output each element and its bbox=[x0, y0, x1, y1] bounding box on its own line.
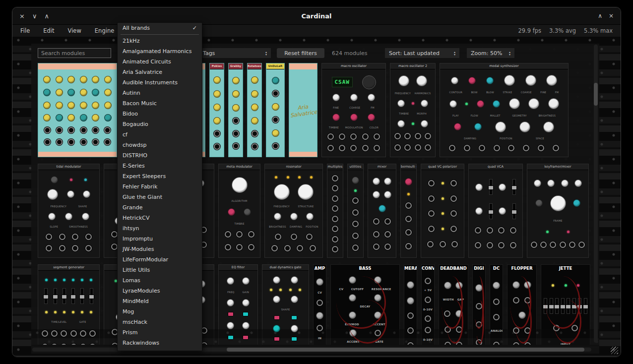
knob-icon bbox=[251, 117, 258, 124]
brand-menu-item[interactable]: Audible Instruments bbox=[118, 77, 202, 88]
module-title: macro oscillator 2 bbox=[390, 63, 435, 69]
close-box-icon[interactable]: × bbox=[609, 12, 614, 19]
jack-icon bbox=[332, 185, 338, 191]
knob-icon bbox=[83, 190, 90, 198]
module-card-rotatoes[interactable]: Rotatoes bbox=[247, 63, 262, 157]
module-card-dc[interactable]: DCANALOG bbox=[490, 264, 503, 345]
brand-menu-item[interactable]: JW-Modules bbox=[118, 244, 202, 254]
knob-icon bbox=[474, 123, 482, 130]
brand-menu-item[interactable]: MindMeld bbox=[118, 296, 202, 306]
jack-icon bbox=[450, 226, 457, 232]
brand-menu-item[interactable]: chowdsp bbox=[118, 140, 202, 150]
brand-menu-item[interactable]: Bacon Music bbox=[118, 98, 202, 109]
tags-filter-select[interactable]: Tags ▴▾ bbox=[199, 48, 271, 58]
brand-menu-item[interactable]: 21kHz bbox=[118, 36, 202, 46]
module-card-bass[interactable]: BASSCVCUTOFFRESONANCEDECAYENVMODACCENTAC… bbox=[330, 264, 400, 345]
brand-menu-item[interactable]: mscHack bbox=[118, 317, 202, 327]
brand-menu-item[interactable]: Prism bbox=[118, 327, 202, 338]
jack-icon bbox=[332, 216, 338, 222]
brand-menu-item[interactable]: Autinn bbox=[118, 88, 202, 98]
maximize-icon[interactable]: ∧ bbox=[44, 12, 49, 20]
module-card-quad-vca[interactable]: quad VCA bbox=[468, 164, 523, 258]
module-card-deadband[interactable]: DEADBANDWIDTHGAP bbox=[439, 264, 468, 345]
module-card[interactable]: Aria Salvatrice bbox=[289, 63, 317, 157]
module-card-segment-generator[interactable]: segment generatorTIME/LEVELGATE bbox=[38, 264, 100, 345]
module-card-meta-modulator[interactable]: meta modulatorALGORITHMTIMBRE bbox=[218, 164, 260, 258]
module-card-undular[interactable]: UnDuLaR bbox=[266, 63, 285, 157]
led-icon bbox=[90, 279, 92, 281]
knob-icon bbox=[374, 311, 381, 319]
zoom-select[interactable]: Zoom: 50% ▴▾ bbox=[467, 48, 514, 58]
jack-icon bbox=[374, 133, 380, 140]
brand-menu-item[interactable]: Rackwindows bbox=[118, 338, 202, 348]
module-card-macro-oscillator[interactable]: macro oscillatorCSAWFINECOARSEFMTIMBREMO… bbox=[321, 63, 386, 157]
menu-file[interactable]: File bbox=[20, 27, 30, 34]
module-card-dual-dynamics-gate[interactable]: dual dynamics gateSHAPE bbox=[262, 264, 309, 345]
module-card-mera[interactable]: MERA bbox=[404, 264, 417, 345]
menu-edit[interactable]: Edit bbox=[43, 27, 54, 34]
module-card-digi[interactable]: DIGI bbox=[472, 264, 486, 345]
brand-menu-item[interactable]: Expert Sleepers bbox=[118, 171, 202, 182]
led-icon bbox=[63, 311, 65, 313]
module-card-quad-vc-polarizer[interactable]: quad VC-polarizer bbox=[421, 164, 464, 258]
brand-menu-item[interactable]: Animated Circuits bbox=[118, 57, 202, 67]
knob-icon bbox=[449, 100, 457, 108]
module-card-eq-filter[interactable]: EQ filterFREQGAIN bbox=[218, 264, 258, 345]
vertical-scrollbar[interactable] bbox=[594, 45, 598, 343]
menu-engine[interactable]: Engine bbox=[95, 27, 114, 34]
module-title: UnDuLaR bbox=[266, 63, 284, 69]
vertical-scrollbar-thumb[interactable] bbox=[594, 83, 598, 106]
module-panel bbox=[507, 272, 536, 345]
brand-menu-item[interactable]: Fehler Fabrik bbox=[118, 182, 202, 192]
brand-menu-item-all[interactable]: All brands ✓ bbox=[118, 23, 202, 33]
module-card-resonator[interactable]: resonatorFREQUENCYSTRUCTUREBRIGHTNESSDAM… bbox=[264, 164, 323, 258]
brand-menu-item[interactable]: E-Series bbox=[118, 161, 202, 171]
module-card-macro-oscillator-2[interactable]: macro oscillator 2FREQUENCYHARMONICSTIMB… bbox=[390, 63, 436, 157]
module-card-modal-synthesizer[interactable]: modal synthesizerCONTOURBOWBLOWSTRIKECOA… bbox=[440, 63, 569, 157]
collapse-icon[interactable]: ∧ bbox=[598, 12, 602, 19]
module-card-amp[interactable]: AMPCVIN bbox=[313, 264, 326, 345]
brand-menu-item[interactable]: ihtsyn bbox=[118, 223, 202, 234]
module-card-jette[interactable]: JETTEINPUT bbox=[541, 264, 590, 345]
horizontal-scrollbar-thumb[interactable] bbox=[227, 348, 584, 352]
brand-menu-item[interactable]: Impromptu bbox=[118, 234, 202, 244]
brand-menu-item[interactable]: DISTRHO bbox=[118, 150, 202, 161]
module-card-grabby[interactable]: Grabby bbox=[228, 63, 243, 157]
brand-menu-item[interactable]: Aria Salvatrice bbox=[118, 67, 202, 77]
close-icon[interactable]: × bbox=[19, 12, 25, 20]
module-labels: 0-10V bbox=[422, 308, 434, 311]
brand-menu-item[interactable]: HetrickCV bbox=[118, 213, 202, 223]
brand-menu-item[interactable]: Grande bbox=[118, 202, 202, 213]
module-card-mixer[interactable]: mixer bbox=[368, 164, 396, 258]
brand-menu-item[interactable]: LyraeModules bbox=[118, 286, 202, 296]
resize-handle[interactable] bbox=[611, 347, 618, 354]
module-card[interactable] bbox=[38, 63, 117, 157]
knob-icon bbox=[67, 102, 75, 109]
brand-menu-item[interactable]: Bidoo bbox=[118, 109, 202, 119]
brand-menu-item[interactable]: Amalgamated Harmonics bbox=[118, 46, 202, 57]
module-card-tidal-modulator[interactable]: tidal modulatorFREQUENCYSHAPESLOPESMOOTH… bbox=[38, 164, 100, 258]
brand-menu-item[interactable]: Lomas bbox=[118, 275, 202, 286]
module-card-flopper[interactable]: FLOPPER bbox=[507, 264, 537, 345]
module-card-utilities[interactable]: utilities bbox=[347, 164, 364, 258]
search-input[interactable] bbox=[38, 48, 111, 58]
horizontal-scrollbar[interactable] bbox=[32, 348, 591, 352]
brand-menu-item[interactable]: cf bbox=[118, 129, 202, 140]
brand-menu-item[interactable]: LifeFormModular bbox=[118, 254, 202, 265]
minimize-icon[interactable]: ∨ bbox=[32, 12, 37, 20]
jack-icon bbox=[225, 231, 231, 238]
brand-menu-item[interactable]: Little Utils bbox=[118, 265, 202, 275]
brand-menu-item[interactable]: Glue the Giant bbox=[118, 192, 202, 202]
menu-view[interactable]: View bbox=[68, 27, 81, 34]
module-card-pokies[interactable]: Pokies bbox=[209, 63, 224, 157]
module-card-multiples[interactable]: multiples bbox=[327, 164, 343, 258]
jack-icon bbox=[272, 143, 279, 149]
sort-select[interactable]: Sort: Last updated ▴▾ bbox=[385, 48, 459, 58]
module-card-conv[interactable]: CONV+ 5V0-10V0-10V bbox=[421, 264, 435, 345]
brand-menu-item[interactable]: Bogaudio bbox=[118, 119, 202, 129]
module-card-keyframer-mixer[interactable]: keyframer/mixerFRAME bbox=[527, 164, 589, 258]
module-card-bernoulli-gate[interactable]: bernoulli gate bbox=[400, 164, 417, 258]
brand-menu-item[interactable]: Mog bbox=[118, 306, 202, 317]
reset-filters-button[interactable]: Reset filters bbox=[277, 48, 324, 58]
jack-icon bbox=[425, 144, 431, 151]
